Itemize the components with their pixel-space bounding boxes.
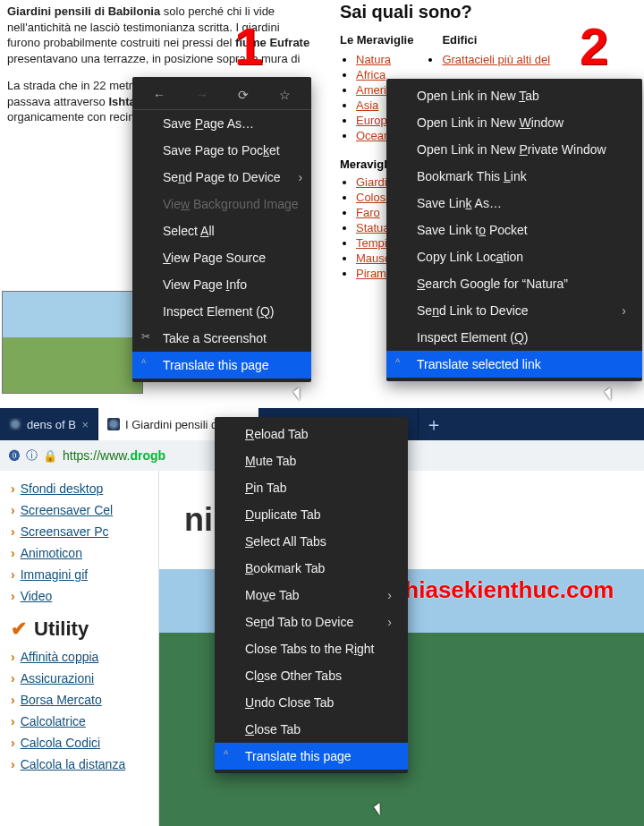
new-tab-button[interactable]: ＋ [419,408,449,440]
sidebar-item[interactable]: Borsa Mercato [11,689,148,711]
sidebar-link[interactable]: Calcolatrice [21,714,86,728]
menu-item-label: Close Tab [245,722,301,737]
sidebar-link[interactable]: Sfondi desktop [21,481,104,496]
sidebar-link[interactable]: Screensaver Pc [21,524,109,539]
callout-number-1: 1 [234,16,263,76]
menu-item-label: Open Link in New Window [417,115,564,130]
menu-item[interactable]: Bookmark Tab [215,555,408,582]
menu-item[interactable]: ✂Take a Screenshot [132,325,311,352]
menu-item-label: Open Link in New Tab [417,89,539,103]
menu-item[interactable]: Save Page to Pocket [132,137,311,164]
submenu-arrow-icon: › [604,303,626,318]
sidebar-item[interactable]: Affinità coppia [11,646,148,668]
menu-item[interactable]: Bookmark This Link [386,163,642,190]
tab-title: dens of B [27,418,76,431]
menu-item-label: Inspect Element (Q) [417,330,529,345]
menu-item-label: Save Page to Pocket [163,143,280,158]
menu-item-label: Save Page As… [163,116,254,131]
menu-item[interactable]: Close Tabs to the Right [215,635,408,662]
link-item[interactable]: Asia [356,98,378,112]
menu-item-label: Translate selected link [417,357,541,371]
link-item[interactable]: Faro [356,206,380,219]
sidebar-item[interactable]: Immagini gif [11,564,148,585]
submenu-arrow-icon: › [369,615,392,629]
menu-item[interactable]: Open Link in New Window [386,109,642,136]
callout-number-2: 2 [580,16,608,76]
menu-item-icon: ᴬ [141,357,156,370]
menu-item[interactable]: Send Tab to Device› [215,609,408,635]
sidebar-item[interactable]: Assicurazioni [11,668,148,689]
menu-item[interactable]: Close Tab [215,716,408,743]
sidebar-link[interactable]: Calcola Codici [21,736,100,750]
sidebar-link[interactable]: Affinità coppia [21,650,99,664]
lock-icon: 🔒 [43,449,57,463]
menu-item[interactable]: Undo Close Tab [215,689,408,716]
sidebar-item[interactable]: Screensaver Cel [11,499,148,521]
sidebar-link[interactable]: Assicurazioni [21,671,94,685]
menu-item[interactable]: Inspect Element (Q) [132,298,311,325]
sidebar-item[interactable]: Calcola Codici [11,732,148,754]
menu-item[interactable]: Send Page to Device› [132,164,311,191]
menu-item[interactable]: Close Other Tabs [215,662,408,689]
sidebar-item[interactable]: Screensaver Pc [11,521,148,542]
browser-tab[interactable]: dens of B× [0,408,98,440]
sidebar-item[interactable]: Calcolatrice [11,711,148,732]
menu-item[interactable]: Select All [132,217,311,244]
menu-item[interactable]: Save Link As… [386,190,642,217]
sidebar-link[interactable]: Calcola la distanza [21,757,126,771]
close-icon[interactable]: × [81,418,89,431]
menu-item-label: Translate this page [163,358,269,372]
menu-item-label: Save Link to Pocket [417,223,528,237]
sidebar-link[interactable]: Screensaver Cel [21,503,114,517]
menu-item-label: Translate this page [245,749,352,763]
sidebar-link[interactable]: Animoticon [21,546,82,560]
menu-item[interactable]: Mute Tab [215,447,408,474]
article-image [2,291,143,394]
link-item[interactable]: Grattacieli più alti del [442,53,550,66]
menu-item[interactable]: Open Link in New Tab [386,82,642,109]
menu-item[interactable]: View Page Info [132,271,311,298]
menu-item[interactable]: Search Google for “Natura” [386,270,642,297]
sidebar-item[interactable]: Sfondi desktop [11,478,148,499]
menu-item-label: Save Link As… [417,196,502,210]
menu-item[interactable]: Save Link to Pocket [386,217,642,243]
menu-item[interactable]: Move Tab› [215,582,408,609]
sidebar-item[interactable]: Video [11,585,148,607]
sidebar-link[interactable]: Immagini gif [21,567,88,582]
submenu-arrow-icon: › [281,170,303,184]
menu-item-icon: ᴬ [395,356,410,369]
menu-item[interactable]: Reload Tab [215,421,408,447]
sidebar-item[interactable]: Calcola la distanza [11,754,148,775]
sidebar-link[interactable]: Borsa Mercato [21,693,102,707]
ctx-nav-toolbar: ← → ⟳ ☆ [132,81,311,110]
link-item[interactable]: Natura [356,53,391,66]
sidebar-link[interactable]: Video [21,589,53,603]
sidebar-item[interactable]: Animoticon [11,542,148,564]
menu-item-label: Mute Tab [245,454,296,468]
menu-item[interactable]: ᴬTranslate selected link [386,351,642,378]
menu-item-label: Send Tab to Device [245,615,353,629]
menu-item[interactable]: Select All Tabs [215,528,408,555]
menu-item[interactable]: Save Page As… [132,110,311,137]
bookmark-icon[interactable]: ☆ [279,88,291,102]
link-item[interactable]: Statua [356,221,390,234]
menu-item[interactable]: ᴬTranslate this page [132,352,311,379]
favicon [107,418,120,430]
back-icon[interactable]: ← [153,88,165,102]
menu-item[interactable]: Open Link in New Private Window [386,136,642,163]
shield-icon[interactable]: ⓿ [9,449,21,463]
menu-item[interactable]: Duplicate Tab [215,501,408,528]
menu-item[interactable]: View Page Source [132,244,311,271]
menu-item[interactable]: ᴬTranslate this page [215,743,408,770]
link-item[interactable]: Africa [356,68,386,81]
info-icon[interactable]: ⓘ [26,447,38,464]
reload-icon[interactable]: ⟳ [238,88,249,102]
menu-item[interactable]: Send Link to Device› [386,297,642,324]
menu-item-label: Send Page to Device [163,170,281,184]
forward-icon[interactable]: → [196,88,208,102]
menu-item[interactable]: Inspect Element (Q) [386,324,642,351]
check-icon: ✔ [11,617,27,641]
menu-item[interactable]: Copy Link Location [386,243,642,270]
menu-item[interactable]: Pin Tab [215,474,408,501]
cursor-icon [293,383,311,400]
